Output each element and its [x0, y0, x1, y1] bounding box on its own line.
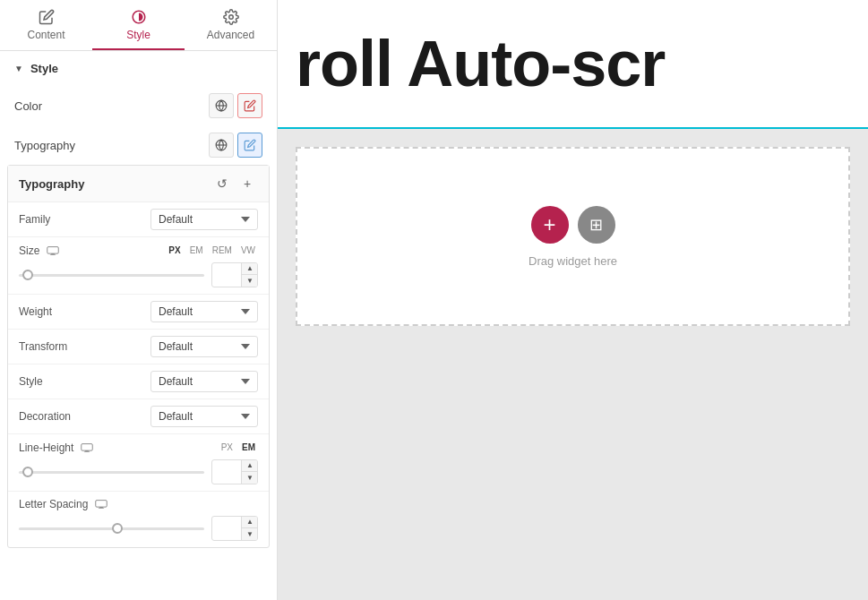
ls-slider-wrap[interactable]	[19, 519, 204, 537]
size-unit-px[interactable]: PX	[166, 244, 183, 257]
tab-advanced-label: Advanced	[207, 29, 254, 41]
lh-stepper-down[interactable]: ▼	[242, 472, 258, 484]
lh-unit-px[interactable]: PX	[219, 441, 236, 454]
svg-rect-6	[51, 253, 55, 254]
style-row: Style Default Normal Italic	[8, 364, 269, 399]
color-global-btn[interactable]	[209, 93, 234, 118]
color-row: Color	[0, 86, 277, 125]
lh-number-input-wrap: ▲ ▼	[211, 459, 258, 484]
typography-box-title: Typography	[19, 177, 84, 191]
letter-spacing-responsive-icon	[95, 500, 107, 509]
size-stepper-up[interactable]: ▲	[242, 263, 258, 275]
family-select[interactable]: Default Arial Roboto Open Sans Lato	[150, 209, 258, 230]
svg-rect-10	[84, 451, 90, 452]
typography-edit-btn[interactable]	[237, 133, 262, 158]
family-row: Family Default Arial Roboto Open Sans La…	[8, 202, 269, 237]
lh-number-input[interactable]	[212, 463, 241, 481]
ls-number-input[interactable]	[212, 519, 241, 537]
ls-slider-thumb[interactable]	[112, 523, 123, 534]
line-height-units: PX EM	[219, 441, 258, 454]
transform-row: Transform Default Uppercase Lowercase	[8, 330, 269, 364]
lh-stepper-btns: ▲ ▼	[241, 460, 258, 484]
ls-slider-track	[19, 527, 204, 530]
svg-rect-7	[50, 254, 56, 255]
line-height-row: Line-Height PX EM	[8, 434, 269, 492]
ls-stepper-down[interactable]: ▼	[242, 528, 258, 540]
decoration-select[interactable]: Default Underline None	[150, 406, 258, 427]
size-number-input-wrap: ▲ ▼	[211, 262, 258, 287]
svg-rect-5	[47, 246, 59, 253]
lh-unit-em[interactable]: EM	[239, 441, 258, 454]
drop-zone-buttons: + ⊞	[531, 206, 615, 244]
size-row: Size PX EM REM VW	[8, 237, 269, 295]
typography-add-btn[interactable]: +	[236, 173, 258, 194]
line-height-responsive-icon	[81, 443, 93, 452]
style-select[interactable]: Default Normal Italic	[150, 371, 258, 392]
tab-content[interactable]: Content	[0, 0, 92, 50]
letter-spacing-row: Letter Spacing	[8, 492, 269, 547]
drop-zone-label: Drag widget here	[529, 254, 617, 268]
typography-icon-group	[209, 133, 262, 158]
ls-stepper-btns: ▲ ▼	[241, 517, 258, 540]
style-label: Style	[19, 375, 90, 388]
transform-label: Transform	[19, 340, 90, 353]
decoration-row: Decoration Default Underline None	[8, 399, 269, 434]
letter-spacing-controls: ▲ ▼	[19, 516, 258, 541]
tab-content-label: Content	[27, 29, 64, 41]
svg-rect-8	[82, 443, 93, 450]
panel-body: ▼ Style Color	[0, 51, 277, 600]
letter-spacing-label: Letter Spacing	[19, 498, 88, 510]
color-label: Color	[14, 99, 42, 113]
lh-stepper-up[interactable]: ▲	[242, 460, 258, 472]
family-label: Family	[19, 213, 90, 226]
ls-number-input-wrap: ▲ ▼	[211, 516, 258, 541]
weight-row: Weight Default 400 700	[8, 295, 269, 330]
add-widget-btn[interactable]: +	[531, 206, 569, 244]
typography-box: Typography ↺ + Family Default Arial Robo…	[7, 165, 270, 548]
color-edit-btn[interactable]	[237, 93, 262, 118]
svg-rect-13	[99, 508, 104, 509]
size-stepper-btns: ▲ ▼	[241, 263, 258, 287]
svg-point-0	[228, 15, 233, 20]
decoration-label: Decoration	[19, 410, 90, 423]
color-icon-group	[209, 93, 262, 118]
grid-btn[interactable]: ⊞	[578, 206, 615, 244]
size-responsive-icon	[47, 246, 59, 255]
lh-slider-thumb[interactable]	[22, 467, 33, 477]
tab-advanced[interactable]: Advanced	[185, 0, 277, 50]
lh-slider-wrap[interactable]	[19, 463, 204, 481]
canvas-headline-text: roll Auto-scr	[296, 28, 665, 99]
size-number-input[interactable]	[212, 266, 241, 284]
typography-row: Typography	[0, 125, 277, 165]
size-slider-track	[19, 274, 204, 277]
size-units: PX EM REM VW	[166, 244, 258, 257]
weight-select[interactable]: Default 400 700	[150, 301, 258, 322]
canvas-headline: roll Auto-scr	[278, 0, 868, 129]
drop-zone[interactable]: + ⊞ Drag widget here	[296, 147, 850, 326]
tab-style[interactable]: Style	[92, 0, 185, 50]
transform-select[interactable]: Default Uppercase Lowercase	[150, 336, 258, 357]
size-unit-rem[interactable]: REM	[210, 244, 235, 257]
line-height-controls: ▲ ▼	[19, 459, 258, 484]
size-controls: ▲ ▼	[19, 262, 258, 287]
style-section-header[interactable]: ▼ Style	[0, 51, 277, 86]
size-slider-thumb[interactable]	[22, 270, 33, 280]
size-slider-wrap[interactable]	[19, 266, 204, 284]
size-stepper-down[interactable]: ▼	[242, 275, 258, 287]
ls-stepper-up[interactable]: ▲	[242, 517, 258, 528]
lh-slider-track	[19, 471, 204, 474]
canvas-area: roll Auto-scr + ⊞ Drag widget here	[278, 0, 868, 600]
typography-actions: ↺ +	[211, 173, 258, 194]
svg-rect-11	[96, 501, 107, 508]
size-unit-em[interactable]: EM	[187, 244, 206, 257]
weight-label: Weight	[19, 305, 90, 318]
collapse-arrow: ▼	[14, 64, 23, 73]
typography-global-btn[interactable]	[209, 133, 234, 158]
svg-rect-9	[86, 450, 90, 451]
style-section-label: Style	[30, 62, 58, 75]
typography-reset-btn[interactable]: ↺	[211, 173, 233, 194]
left-panel: Content Style Advanced ▼ Style Color	[0, 0, 278, 600]
line-height-label: Line-Height	[19, 441, 73, 454]
size-label: Size	[19, 244, 39, 257]
size-unit-vw[interactable]: VW	[238, 244, 258, 257]
